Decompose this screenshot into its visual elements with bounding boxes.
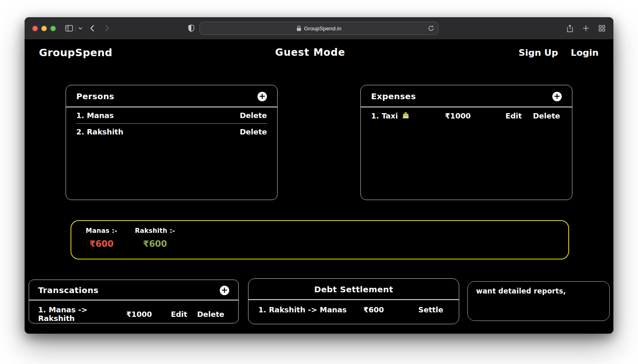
expense-name: 1. Taxi (371, 111, 398, 120)
guest-mode-label: Guest Mode (275, 47, 345, 58)
add-expense-button[interactable]: + (552, 92, 562, 101)
plus-icon: + (259, 92, 266, 100)
tab-overview-icon[interactable] (599, 25, 605, 32)
balance-amount-positive: ₹600 (135, 239, 175, 249)
app-header: GroupSpend Guest Mode Sign Up Login (39, 45, 599, 60)
add-transaction-button[interactable]: + (220, 286, 229, 295)
balance-summary-box: Manas :- ₹600 Rakshith :- ₹600 (71, 220, 569, 259)
window-controls (32, 26, 56, 31)
browser-toolbar: GroupSpend.in (25, 17, 613, 39)
balance-person-name: Rakshith :- (135, 227, 175, 234)
toolbar-right-icons (567, 17, 605, 39)
expense-label: 1. Taxi (371, 111, 445, 120)
settle-button[interactable]: Settle (418, 305, 449, 314)
edit-expense-button[interactable]: Edit (506, 111, 522, 120)
signup-button[interactable]: Sign Up (519, 48, 558, 58)
address-bar[interactable]: GroupSpend.in (200, 22, 439, 35)
app-logo: GroupSpend (39, 47, 112, 59)
edit-transaction-button[interactable]: Edit (171, 310, 187, 318)
delete-person-button[interactable]: Delete (240, 127, 267, 136)
transaction-row: 1. Manas -> Rakshith ₹1000 Edit Delete (38, 300, 229, 323)
expenses-card: Expenses + 1. Taxi (360, 85, 572, 200)
address-url: GroupSpend.in (304, 25, 342, 32)
balance-amount-negative: ₹600 (86, 239, 117, 249)
close-button[interactable] (32, 26, 38, 31)
expenses-title: Expenses (371, 91, 416, 101)
persons-header: Persons + (66, 85, 277, 107)
browser-window: GroupSpend.in (25, 17, 613, 334)
expense-amount: ₹1000 (445, 111, 505, 120)
auth-links: Sign Up Login (519, 48, 599, 58)
delete-person-button[interactable]: Delete (240, 111, 267, 120)
transactions-title: Transcations (38, 285, 98, 295)
balance-entry: Manas :- ₹600 (86, 227, 117, 259)
expense-row: 1. Taxi (371, 107, 562, 120)
plus-icon: + (221, 286, 228, 294)
add-person-button[interactable]: + (257, 92, 267, 101)
person-row: 2. Rakshith Delete (76, 123, 267, 140)
new-tab-icon[interactable] (583, 25, 589, 32)
forward-icon[interactable] (105, 25, 109, 32)
plus-icon: + (554, 92, 561, 100)
transaction-label: 1. Manas -> Rakshith (38, 305, 126, 323)
debt-amount: ₹600 (363, 305, 418, 314)
debt-label: 1. Rakshith -> Manas (258, 305, 363, 314)
person-name: 1. Manas (76, 111, 240, 120)
expenses-header: Expenses + (361, 85, 572, 107)
delete-expense-button[interactable]: Delete (533, 111, 560, 120)
share-icon[interactable] (567, 25, 573, 32)
person-name: 2. Rakshith (76, 127, 240, 136)
chevron-down-icon[interactable] (78, 27, 82, 30)
reports-text: want detailed reports, (476, 287, 566, 295)
balance-entry: Rakshith :- ₹600 (135, 227, 175, 259)
delete-transaction-button[interactable]: Delete (197, 310, 224, 318)
persons-title: Persons (76, 91, 114, 101)
persons-card: Persons + 1. Manas Delete 2. Rakshith De… (66, 85, 278, 200)
debt-row: 1. Rakshith -> Manas ₹600 Settle (258, 300, 449, 314)
debt-settlement-card: Debt Settlement 1. Rakshith -> Manas ₹60… (248, 278, 459, 324)
minimize-button[interactable] (41, 26, 47, 31)
reports-box[interactable]: want detailed reports, (467, 281, 610, 321)
sidebar-icon[interactable] (65, 25, 73, 32)
login-button[interactable]: Login (571, 48, 599, 58)
transactions-header: Transcations + (29, 280, 238, 300)
transactions-card: Transcations + 1. Manas -> Rakshith ₹100… (29, 280, 239, 323)
debt-settlement-header: Debt Settlement (248, 279, 459, 300)
person-row: 1. Manas Delete (76, 107, 267, 123)
back-icon[interactable] (90, 25, 94, 32)
lock-icon (297, 25, 301, 31)
debt-settlement-title: Debt Settlement (314, 284, 393, 294)
app-page: GroupSpend Guest Mode Sign Up Login Pers… (25, 39, 613, 334)
fullscreen-button[interactable] (50, 26, 56, 31)
taxi-emoji-icon (402, 112, 410, 120)
balance-person-name: Manas :- (86, 227, 117, 234)
refresh-icon[interactable] (428, 25, 434, 32)
shield-icon[interactable] (188, 25, 194, 32)
toolbar-divider (75, 25, 76, 31)
transaction-amount: ₹1000 (126, 310, 171, 318)
